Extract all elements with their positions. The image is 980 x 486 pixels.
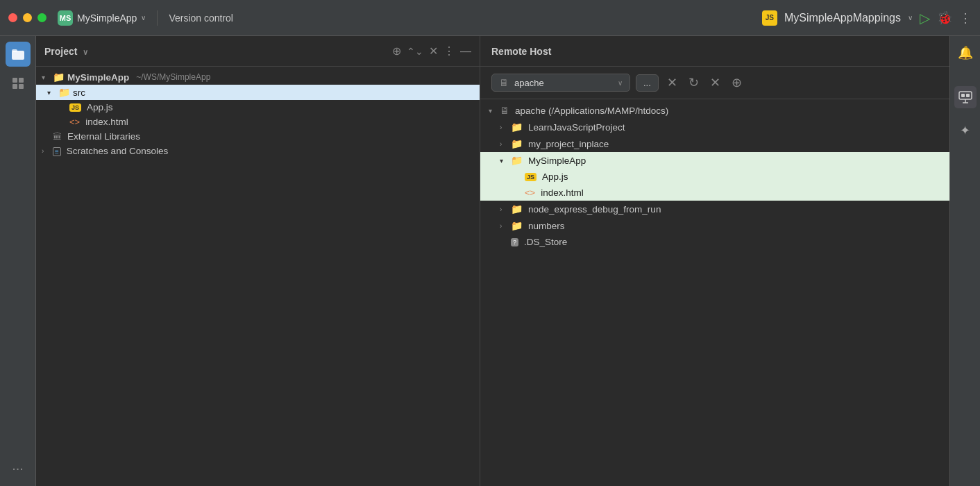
remote-learnjs[interactable]: › 📁 LearnJavaScriptProject (480, 119, 949, 135)
project-panel-title: Project ∨ (44, 46, 387, 57)
apache-chevron: ▾ (489, 107, 497, 115)
dsstore-icon: ? (511, 238, 518, 246)
remote-indexhtml-name: index.html (541, 187, 584, 198)
mysimpleapp-chevron: ▾ (500, 157, 508, 165)
app-name[interactable]: MySimpleApp (77, 12, 137, 24)
remote-nodeexpress[interactable]: › 📁 node_express_debug_from_run (480, 201, 949, 217)
root-folder-path: ~/WS/MySimpleApp (136, 72, 210, 82)
debug-button[interactable]: 🐞 (937, 10, 952, 26)
remove-icon[interactable]: ✕ (707, 72, 723, 93)
structure-icon (11, 76, 25, 90)
fullscreen-button[interactable] (37, 13, 47, 22)
app-name-chevron[interactable]: ∨ (141, 14, 146, 22)
remote-mysimpleapp[interactable]: ▾ 📁 MySimpleApp (480, 152, 949, 169)
remote-dsstore[interactable]: ? .DS_Store (480, 234, 949, 250)
myproject-name: my_project_inplace (528, 139, 609, 149)
myproject-chevron: › (500, 140, 508, 148)
appjs-name: App.js (87, 102, 113, 112)
more-tools-button[interactable]: ··· (6, 455, 31, 480)
browse-button[interactable]: ... (636, 74, 659, 92)
svg-rect-2 (12, 78, 17, 83)
apache-root-name: apache (/Applications/MAMP/htdocs) (515, 106, 668, 116)
remote-toolbar: 🖥 apache ∨ ... ✕ ↻ ✕ ⊕ (480, 67, 949, 99)
remote-file-tree: ▾ 🖥 apache (/Applications/MAMP/htdocs) ›… (480, 99, 949, 486)
remote-host-button[interactable] (954, 86, 977, 108)
svg-rect-5 (19, 84, 24, 89)
ext-libs-name: External Libraries (67, 131, 140, 142)
src-folder-icon: 📁 (58, 87, 70, 98)
remote-indexhtml[interactable]: <> index.html (480, 185, 949, 201)
title-separator (157, 10, 158, 26)
mysimpleapp-folder-icon: 📁 (511, 155, 523, 166)
project-panel-icons: ⊕ ⌃⌄ ✕ ⋮ — (392, 44, 471, 58)
learnjs-chevron: › (500, 124, 508, 131)
server-icon: 🖥 (499, 77, 509, 88)
tree-item-scratches[interactable]: › ≡ Scratches and Consoles (36, 144, 480, 158)
scratches-chevron: › (42, 147, 50, 155)
project-header: Project ∨ ⊕ ⌃⌄ ✕ ⋮ — (36, 36, 480, 67)
myproject-icon: 📁 (511, 138, 523, 149)
nodeexpress-chevron: › (500, 206, 508, 213)
root-chevron: ▾ (42, 74, 50, 81)
tree-item-root[interactable]: ▾ 📁 MySimpleApp ~/WS/MySimpleApp (36, 69, 480, 85)
tree-item-appjs[interactable]: JS App.js (36, 100, 480, 115)
add-icon[interactable]: ⊕ (392, 44, 401, 58)
close-button[interactable] (8, 13, 17, 22)
remote-host-icon (958, 91, 972, 103)
svg-rect-7 (961, 94, 965, 97)
mappings-chevron[interactable]: ∨ (908, 14, 913, 22)
remote-numbers[interactable]: › 📁 numbers (480, 217, 949, 234)
project-panel: Project ∨ ⊕ ⌃⌄ ✕ ⋮ — ▾ 📁 MySimpleApp ~/W… (36, 36, 480, 486)
close-panel-icon[interactable]: ✕ (429, 44, 438, 58)
minimize-button[interactable] (23, 13, 32, 22)
nodeexpress-icon: 📁 (511, 203, 523, 215)
notifications-button[interactable]: 🔔 (954, 42, 977, 64)
scratches-icon: ≡ (53, 146, 61, 156)
main-content: ··· Project ∨ ⊕ ⌃⌄ ✕ ⋮ — ▾ 📁 MySimpleApp… (0, 36, 980, 486)
remote-appjs-name: App.js (542, 171, 568, 182)
tree-item-extlibs[interactable]: 🏛 External Libraries (36, 129, 480, 144)
left-icon-bar: ··· (0, 36, 36, 486)
remote-appjs[interactable]: JS App.js (480, 169, 949, 185)
js-file-icon: JS (69, 103, 81, 112)
mappings-icon: JS (762, 10, 777, 26)
learnjs-icon: 📁 (511, 122, 523, 133)
disconnect-icon[interactable]: ✕ (664, 72, 680, 93)
title-bar: MS MySimpleApp ∨ Version control JS MySi… (0, 0, 980, 36)
remote-html-icon: <> (525, 187, 535, 198)
remote-js-icon: JS (525, 173, 537, 181)
project-view-button[interactable] (6, 42, 31, 67)
traffic-lights (8, 13, 47, 22)
refresh-icon[interactable]: ↻ (686, 72, 702, 93)
structure-view-button[interactable] (6, 71, 31, 96)
html-file-icon: <> (69, 117, 80, 127)
remote-host-selector[interactable]: 🖥 apache ∨ (491, 74, 630, 92)
gear-icon[interactable]: ⋮ (443, 44, 455, 58)
file-tree: ▾ 📁 MySimpleApp ~/WS/MySimpleApp ▾ 📁 src… (36, 67, 480, 486)
mappings-name[interactable]: MySimpleAppMappings (784, 12, 901, 24)
minimize-panel-icon[interactable]: — (460, 45, 471, 58)
tree-item-indexhtml[interactable]: <> index.html (36, 115, 480, 129)
new-folder-icon[interactable]: ⊕ (729, 72, 745, 93)
folder-icon (11, 47, 25, 61)
run-button[interactable]: ▷ (920, 10, 930, 26)
numbers-name: numbers (528, 221, 565, 231)
project-title-chevron[interactable]: ∨ (83, 48, 88, 56)
ext-libs-icon: 🏛 (53, 131, 62, 142)
collapse-icon[interactable]: ⌃⌄ (407, 46, 423, 57)
host-selector-chevron: ∨ (618, 79, 623, 87)
svg-rect-8 (966, 94, 970, 97)
nodeexpress-name: node_express_debug_from_run (528, 204, 661, 215)
indexhtml-name: index.html (85, 117, 128, 127)
remote-panel-title: Remote Host (491, 46, 938, 57)
remote-root-apache[interactable]: ▾ 🖥 apache (/Applications/MAMP/htdocs) (480, 102, 949, 119)
remote-header: Remote Host (480, 36, 949, 67)
more-actions-button[interactable]: ⋮ (959, 10, 972, 26)
svg-rect-3 (19, 78, 24, 83)
title-right-section: JS MySimpleAppMappings ∨ ▷ 🐞 ⋮ (762, 10, 972, 26)
remote-myproject[interactable]: › 📁 my_project_inplace (480, 135, 949, 152)
ai-assistant-button[interactable]: ✦ (954, 119, 977, 142)
tree-item-src[interactable]: ▾ 📁 src (36, 85, 480, 100)
learnjs-name: LearnJavaScriptProject (528, 122, 625, 133)
src-folder-name: src (73, 87, 85, 98)
